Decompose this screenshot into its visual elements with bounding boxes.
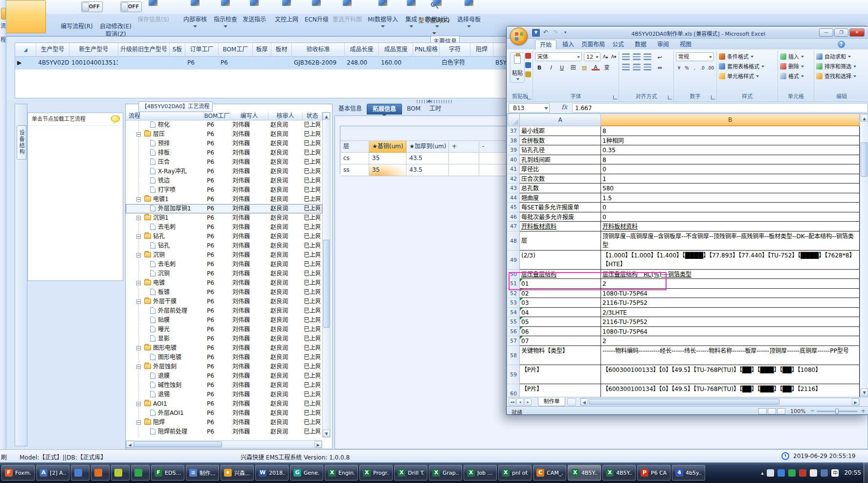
- cell-A54[interactable]: 04: [520, 308, 601, 318]
- grid-col-12[interactable]: PNL规格: [413, 43, 440, 57]
- tree-row-外层蚀刻[interactable]: 外层蚀刻P6刘伟巍赵良润已上网: [126, 362, 322, 371]
- row-number[interactable]: 39: [508, 145, 520, 155]
- scrollbar-thumb[interactable]: [861, 142, 868, 177]
- prev-sheet-button[interactable]: ◂: [516, 398, 524, 406]
- ribbon-tab-插入[interactable]: 插入: [557, 40, 579, 49]
- page-layout-view-icon[interactable]: [768, 408, 776, 414]
- grid-col-4[interactable]: S板: [170, 43, 185, 57]
- scrollbar-thumb[interactable]: [589, 399, 779, 405]
- row-number[interactable]: 49: [508, 251, 520, 270]
- tree-row-显影[interactable]: 显影P6刘伟巍赵良润已上网: [126, 334, 322, 344]
- toolbar-button-7[interactable]: 重选开料图: [333, 0, 362, 30]
- taskbar-item-4B5Y...[interactable]: X4B5Y...: [568, 465, 601, 481]
- grid-col-13[interactable]: 字符: [440, 43, 470, 57]
- toolbar-button-11[interactable]: 选择母板: [455, 0, 483, 30]
- scroll-left-arrow[interactable]: ◀: [580, 398, 588, 405]
- taskbar-item-Foxm...[interactable]: FFoxm...: [1, 465, 35, 481]
- tab-process-flow[interactable]: 【4B5YV02DA0】工艺流程: [138, 101, 213, 112]
- dialog-launcher-icon[interactable]: [613, 95, 617, 99]
- row-number[interactable]: 48: [508, 231, 520, 251]
- toolbar-button-10[interactable]: 数据对比: [424, 0, 450, 30]
- tree-row-外层前处理[interactable]: 外层前处理P6刘伟巍赵良润已上网: [126, 306, 322, 316]
- comma-icon[interactable]: ,: [691, 64, 698, 72]
- tree-expander-icon[interactable]: [136, 402, 141, 406]
- fx-icon[interactable]: fx: [558, 103, 570, 113]
- grid-cell-7[interactable]: [253, 57, 271, 69]
- grid-cell-4[interactable]: [170, 57, 185, 69]
- clipboard-mini-icon[interactable]: [525, 53, 531, 59]
- tree-row-外层AOI1[interactable]: 外层AOI1P6刘伟巍赵良润已上网: [126, 409, 322, 418]
- percent-icon[interactable]: %: [683, 64, 690, 72]
- toolbar-button-9[interactable]: 集成: [401, 0, 422, 30]
- find-select-button[interactable]: 查找和选择: [816, 72, 868, 82]
- decrease-decimal-icon[interactable]: .00: [707, 64, 714, 72]
- font-size-combo[interactable]: 12: [584, 52, 601, 61]
- ribbon-tab-页面布局[interactable]: 页面布局: [580, 40, 606, 49]
- taskbar-item-Drill T...[interactable]: XDrill T...: [394, 465, 427, 481]
- cell-B54[interactable]: 2/3LHTE: [601, 308, 860, 318]
- cell-B45[interactable]: 0: [601, 203, 860, 212]
- taskbar-item-icon-3[interactable]: [91, 465, 110, 481]
- taskbar-item-P6 CA...[interactable]: PP6 CA...: [637, 465, 670, 481]
- tree-expander-icon[interactable]: [136, 299, 141, 304]
- taskbar-item-Job ...[interactable]: XJob ...: [464, 465, 497, 481]
- tree-row-压合[interactable]: 压合P6刘伟巍赵良润已上网: [126, 158, 322, 167]
- cell-A48[interactable]: 层: [520, 231, 601, 251]
- scroll-right-arrow[interactable]: ▶: [314, 441, 322, 448]
- office-button[interactable]: [510, 27, 528, 45]
- grid-cell-12[interactable]: [413, 57, 440, 69]
- tree-row-钻孔[interactable]: 钻孔P6刘伟巍赵良润已上网: [126, 232, 322, 241]
- normal-view-icon[interactable]: [758, 408, 767, 414]
- layer-cell-2-2[interactable]: 35: [369, 164, 406, 176]
- tree-row-外层加厚铜1[interactable]: 外层加厚铜1P6刘伟巍赵良润已上网: [126, 204, 322, 213]
- grid-cell-6[interactable]: P6: [219, 57, 253, 69]
- row-number[interactable]: 42: [508, 174, 520, 184]
- tree-row-去毛刺[interactable]: 去毛刺P6刘伟巍赵良润已上网: [126, 260, 322, 269]
- cell-A44[interactable]: 翘曲度: [520, 193, 601, 203]
- grid-cell-2[interactable]: 10010400135135: [69, 57, 118, 69]
- tree-row-阻焊[interactable]: 阻焊P6刘伟巍赵良润已上网: [126, 418, 322, 427]
- align-icon[interactable]: [622, 64, 630, 70]
- cell-B59[interactable]: 【600300100133】【0】【49.5】【TU-768P(TU)】【██】…: [601, 365, 860, 384]
- tree-row-板镀[interactable]: 板镀P6刘伟巍赵良润已上网: [126, 288, 322, 297]
- tree-row-X-Ray冲孔[interactable]: X-Ray冲孔P6刘伟巍赵良润已上网: [126, 167, 322, 176]
- tree-row-退锡[interactable]: 退锡P6刘伟巍赵良润已上网: [126, 390, 322, 399]
- cell-B49[interactable]: 【1.000】【1.000】【1.400】【████】【77.893】【77.4…: [601, 251, 860, 270]
- merge-center-icon[interactable]: ⇔: [655, 64, 664, 72]
- tree-header-核审人[interactable]: 核审人: [268, 112, 303, 120]
- cell-B53[interactable]: 2116-TU-75P52: [601, 298, 860, 308]
- cell-A49[interactable]: (2/3): [520, 251, 601, 270]
- ribbon-tab-公式[interactable]: 公式: [607, 40, 629, 49]
- currency-icon[interactable]: ¥: [675, 64, 683, 72]
- grid-col-6[interactable]: BOM工厂: [219, 43, 253, 57]
- cell-B48[interactable]: 顶铜厚度--底铜厚度--含铜板厚--不含铜厚--顶残铜率--底残铜率--板材类型…: [601, 231, 860, 251]
- tree-expander-icon[interactable]: [136, 365, 141, 369]
- font-color-icon[interactable]: A: [591, 64, 600, 70]
- excel-horizontal-scrollbar[interactable]: ◀ ▶: [580, 398, 860, 406]
- row-number[interactable]: 47: [508, 222, 520, 231]
- scroll-up-arrow[interactable]: ▲: [861, 115, 868, 122]
- taskbar-item-4b5y...[interactable]: 44b5y...: [672, 465, 705, 481]
- clipboard-mini-icon[interactable]: [525, 62, 531, 68]
- grid-col-9[interactable]: 验收标准: [292, 43, 345, 57]
- grid-col-10[interactable]: 成品长度: [345, 43, 379, 57]
- row-number[interactable]: 53: [508, 298, 520, 308]
- save-icon[interactable]: ▼: [532, 29, 540, 37]
- tree-row-铣边[interactable]: 铣边P6刘伟巍赵良润已上网: [126, 176, 322, 185]
- tray-icon-5[interactable]: [810, 469, 817, 477]
- page-break-view-icon[interactable]: [777, 408, 785, 414]
- taskbar-item-Grap...[interactable]: XGrap...: [429, 465, 462, 481]
- first-sheet-button[interactable]: ◂◂: [509, 398, 516, 406]
- tray-icon-2[interactable]: [778, 469, 785, 477]
- shrink-font-icon[interactable]: A▾: [610, 52, 618, 61]
- taskbar-item-EDS...[interactable]: FEDS...: [151, 465, 184, 481]
- italic-icon[interactable]: I: [546, 64, 555, 72]
- grid-selector-header[interactable]: ◢: [15, 43, 36, 57]
- cell-B37[interactable]: 8: [601, 126, 860, 136]
- cell-A37[interactable]: 最小线距: [520, 126, 601, 136]
- cell-A41[interactable]: 厚径比: [520, 164, 601, 174]
- layer-cell-2-1[interactable]: 35: [369, 153, 406, 164]
- cell-A58[interactable]: 关键物料【类型】: [520, 346, 601, 365]
- cell-B40[interactable]: 8: [601, 155, 860, 165]
- scroll-up-arrow[interactable]: ▲: [323, 113, 330, 120]
